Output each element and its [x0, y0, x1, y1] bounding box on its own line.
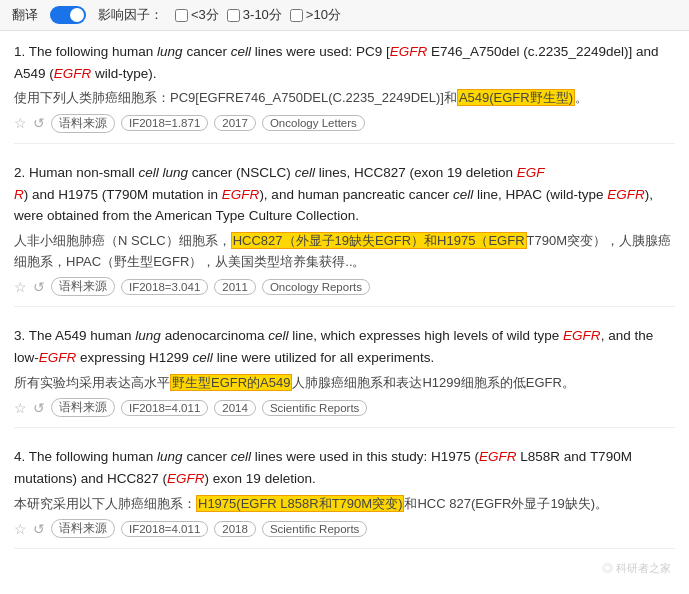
result-3-zh: 所有实验均采用表达高水平野生型EGFR的A549人肺腺癌细胞系和表达H1299细…: [14, 373, 675, 394]
result-2-meta: ☆ ↺ 语料来源 IF2018=3.041 2011 Oncology Repo…: [14, 277, 675, 296]
cell-2b: cell: [453, 187, 473, 202]
egfr-3b: EGFR: [39, 350, 77, 365]
filter-3-10[interactable]: 3-10分: [227, 6, 282, 24]
result-4-en: 4. The following human lung cancer cell …: [14, 446, 675, 489]
year-badge-4: 2018: [214, 521, 256, 537]
cell-1: cell: [231, 44, 251, 59]
refresh-icon-4[interactable]: ↺: [33, 521, 45, 537]
filter-3-10-checkbox[interactable]: [227, 9, 240, 22]
journal-badge-1: Oncology Letters: [262, 115, 365, 131]
lung-3: lung: [135, 328, 161, 343]
cell-2: cell: [295, 165, 315, 180]
result-4-meta: ☆ ↺ 语料来源 IF2018=4.011 2018 Scientific Re…: [14, 519, 675, 538]
source-badge-1[interactable]: 语料来源: [51, 114, 115, 133]
filter-gt10[interactable]: >10分: [290, 6, 341, 24]
egfr-3a: EGFR: [563, 328, 601, 343]
if-badge-4: IF2018=4.011: [121, 521, 208, 537]
filter-lt3-checkbox[interactable]: [175, 9, 188, 22]
filter-3-10-label: 3-10分: [243, 6, 282, 24]
cell-lung-2: cell lung: [139, 165, 189, 180]
result-item-1: 1. The following human lung cancer cell …: [14, 41, 675, 144]
results-content: 1. The following human lung cancer cell …: [0, 31, 689, 577]
result-item-3: 3. The A549 human lung adenocarcinoma ce…: [14, 325, 675, 428]
if-badge-2: IF2018=3.041: [121, 279, 208, 295]
filter-lt3[interactable]: <3分: [175, 6, 219, 24]
egfr-4b: EGFR: [167, 471, 205, 486]
filter-group: <3分 3-10分 >10分: [175, 6, 341, 24]
filter-gt10-label: >10分: [306, 6, 341, 24]
lung-4: lung: [157, 449, 183, 464]
translate-label: 翻译: [12, 6, 38, 24]
highlight-4: H1975(EGFR L858R和T790M突变): [196, 495, 404, 512]
result-3-num: 3.: [14, 328, 29, 343]
source-badge-4[interactable]: 语料来源: [51, 519, 115, 538]
cell-3: cell: [268, 328, 288, 343]
year-badge-1: 2017: [214, 115, 256, 131]
egfr-1a: EGFR: [390, 44, 428, 59]
if-badge-3: IF2018=4.011: [121, 400, 208, 416]
year-badge-2: 2011: [214, 279, 256, 295]
result-4-zh: 本研究采用以下人肺癌细胞系：H1975(EGFR L858R和T790M突变)和…: [14, 494, 675, 515]
year-badge-3: 2014: [214, 400, 256, 416]
filter-label: 影响因子：: [98, 6, 163, 24]
egfr-2b: EGFR: [222, 187, 260, 202]
star-icon-3[interactable]: ☆: [14, 400, 27, 416]
egfr-1b: EGFR: [54, 66, 92, 81]
translate-toggle[interactable]: [50, 6, 86, 24]
journal-badge-2: Oncology Reports: [262, 279, 370, 295]
filter-gt10-checkbox[interactable]: [290, 9, 303, 22]
if-badge-1: IF2018=1.871: [121, 115, 208, 131]
star-icon-2[interactable]: ☆: [14, 279, 27, 295]
source-badge-3[interactable]: 语料来源: [51, 398, 115, 417]
result-2-num: 2.: [14, 165, 29, 180]
highlight-1: A549(EGFR野生型): [457, 89, 575, 106]
result-1-zh: 使用下列人类肺癌细胞系：PC9[EGFRE746_A750DEL(C.2235_…: [14, 88, 675, 109]
result-1-en: 1. The following human lung cancer cell …: [14, 41, 675, 84]
result-2-zh: 人非小细胞肺癌（N SCLC）细胞系，HCC827（外显子19缺失EGFR）和H…: [14, 231, 675, 273]
result-item-4: 4. The following human lung cancer cell …: [14, 446, 675, 549]
filter-lt3-label: <3分: [191, 6, 219, 24]
star-icon-1[interactable]: ☆: [14, 115, 27, 131]
highlight-2: HCC827（外显子19缺失EGFR）和H1975（EGFR: [231, 232, 527, 249]
result-4-num: 4.: [14, 449, 29, 464]
result-1-num: 1.: [14, 44, 29, 59]
source-badge-2[interactable]: 语料来源: [51, 277, 115, 296]
result-item-2: 2. Human non-small cell lung cancer (NSC…: [14, 162, 675, 307]
egfr-4a: EGFR: [479, 449, 517, 464]
highlight-3: 野生型EGFR的A549: [170, 374, 292, 391]
toggle-knob: [70, 8, 84, 22]
refresh-icon-1[interactable]: ↺: [33, 115, 45, 131]
star-icon-4[interactable]: ☆: [14, 521, 27, 537]
top-bar: 翻译 影响因子： <3分 3-10分 >10分: [0, 0, 689, 31]
result-1-meta: ☆ ↺ 语料来源 IF2018=1.871 2017 Oncology Lett…: [14, 114, 675, 133]
journal-badge-4: Scientific Reports: [262, 521, 367, 537]
cell-4: cell: [231, 449, 251, 464]
result-2-en: 2. Human non-small cell lung cancer (NSC…: [14, 162, 675, 227]
refresh-icon-3[interactable]: ↺: [33, 400, 45, 416]
egfr-2c: EGFR: [607, 187, 645, 202]
journal-badge-3: Scientific Reports: [262, 400, 367, 416]
cell-3b: cell: [193, 350, 213, 365]
refresh-icon-2[interactable]: ↺: [33, 279, 45, 295]
result-3-meta: ☆ ↺ 语料来源 IF2018=4.011 2014 Scientific Re…: [14, 398, 675, 417]
result-3-en: 3. The A549 human lung adenocarcinoma ce…: [14, 325, 675, 368]
lung-1: lung: [157, 44, 183, 59]
